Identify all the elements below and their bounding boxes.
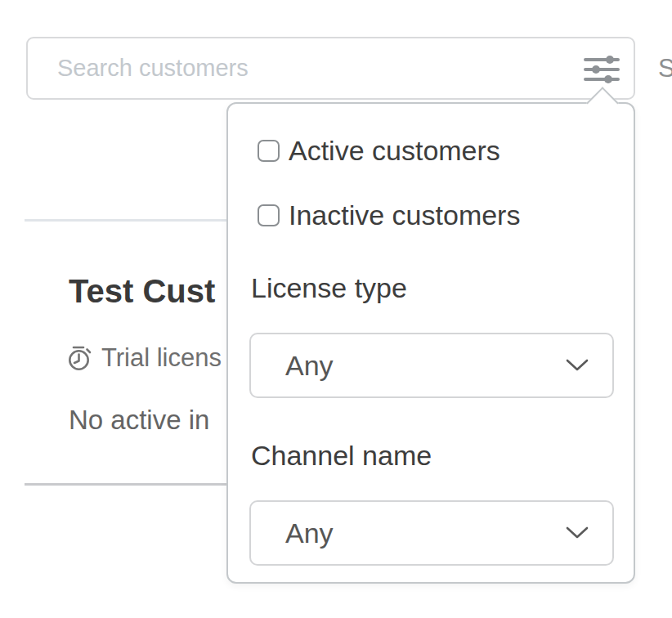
filter-popover: Active customers Inactive customers Lice…	[226, 102, 635, 584]
active-customers-label: Active customers	[289, 135, 500, 167]
stopwatch-icon	[67, 344, 93, 372]
inactive-customers-checkbox[interactable]	[258, 204, 280, 226]
active-customers-option[interactable]: Active customers	[258, 135, 500, 167]
active-customers-checkbox[interactable]	[258, 140, 280, 162]
sort-label-partial[interactable]: S	[658, 54, 672, 83]
customer-status-text: No active in	[69, 405, 209, 436]
channel-name-select[interactable]: Any	[249, 500, 614, 566]
filter-button[interactable]	[581, 50, 622, 91]
search-input[interactable]	[28, 38, 634, 98]
customers-page: Test Cust Trial licens No active in	[0, 0, 672, 618]
search-box	[26, 37, 635, 100]
inactive-customers-option[interactable]: Inactive customers	[258, 199, 520, 231]
license-type-label: License type	[251, 272, 407, 304]
chevron-down-icon	[565, 526, 589, 540]
channel-name-value: Any	[285, 517, 334, 549]
inactive-customers-label: Inactive customers	[289, 199, 520, 231]
trial-license-label: Trial licens	[101, 343, 222, 373]
license-type-select[interactable]: Any	[249, 333, 614, 398]
sliders-filter-icon	[583, 53, 620, 86]
channel-name-label: Channel name	[251, 440, 432, 472]
customer-name-heading: Test Cust	[69, 273, 215, 310]
chevron-down-icon	[565, 358, 589, 373]
license-type-value: Any	[285, 350, 334, 382]
trial-license-row: Trial licens	[67, 343, 222, 373]
